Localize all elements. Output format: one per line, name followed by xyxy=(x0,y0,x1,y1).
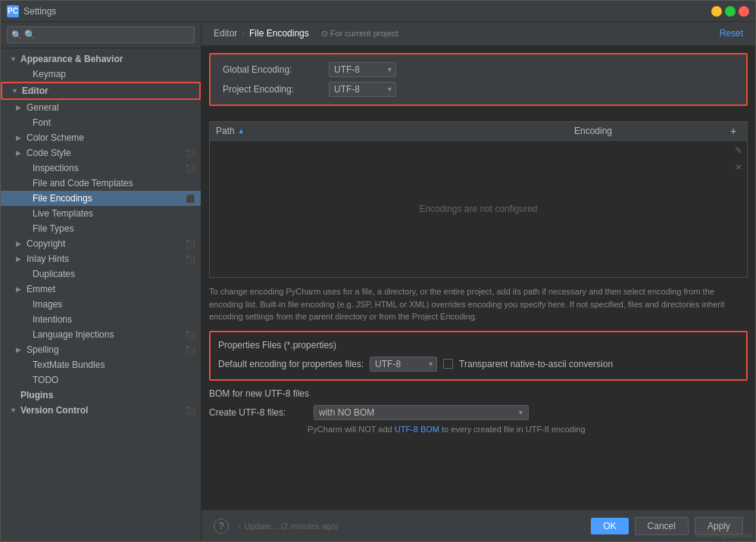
project-encoding-select-wrap: UTF-8 UTF-16 ISO-8859-1 ▼ xyxy=(329,82,396,97)
settings-window: PC Settings 🔍 ▼ Appearance & Behavior xyxy=(0,0,756,542)
title-bar: PC Settings xyxy=(1,1,755,22)
sidebar-item-textmate[interactable]: TextMate Bundles xyxy=(1,357,201,372)
bom-label: Create UTF-8 files: xyxy=(209,407,308,418)
content-wrapper: Global Encoding: UTF-8 UTF-16 ISO-8859-1… xyxy=(201,45,755,510)
sidebar-item-label: Live Templates xyxy=(33,208,93,219)
window-controls xyxy=(711,6,749,17)
encoding-section: Global Encoding: UTF-8 UTF-16 ISO-8859-1… xyxy=(209,53,748,106)
bom-note: PyCharm will NOT add UTF-8 BOM to every … xyxy=(209,425,748,434)
sidebar-item-version-control[interactable]: ▼ Version Control ⬛ xyxy=(1,403,201,418)
expand-arrow: ▶ xyxy=(16,285,23,293)
sidebar-item-duplicates[interactable]: Duplicates xyxy=(1,266,201,282)
project-encoding-row: Project Encoding: UTF-8 UTF-16 ISO-8859-… xyxy=(223,82,734,97)
properties-encoding-label: Default encoding for properties files: xyxy=(218,359,364,369)
sidebar-item-label: Intentions xyxy=(33,314,72,325)
properties-files-section: Properties Files (*.properties) Default … xyxy=(209,331,748,381)
sidebar-item-label: File Types xyxy=(33,223,73,234)
search-icon: 🔍 xyxy=(11,30,22,40)
sidebar-item-font[interactable]: Font xyxy=(1,115,201,130)
sidebar-item-copyright[interactable]: ▶ Copyright ⬛ xyxy=(1,236,201,251)
col-path-header: Path ▲ xyxy=(216,126,574,136)
reset-icon: ⬛ xyxy=(186,406,195,415)
sidebar-item-label: Appearance & Behavior xyxy=(20,54,123,64)
sidebar-item-images[interactable]: Images xyxy=(1,297,201,312)
sidebar-item-code-style[interactable]: ▶ Code Style ⬛ xyxy=(1,145,201,160)
global-encoding-select[interactable]: UTF-8 UTF-16 ISO-8859-1 xyxy=(329,62,396,77)
search-input[interactable] xyxy=(7,26,195,43)
sidebar-item-label: General xyxy=(27,102,59,113)
sidebar-item-plugins[interactable]: Plugins xyxy=(1,388,201,403)
project-encoding-select[interactable]: UTF-8 UTF-16 ISO-8859-1 xyxy=(329,82,396,97)
sidebar-item-label: Font xyxy=(33,117,51,128)
sidebar-item-inlay-hints[interactable]: ▶ Inlay Hints ⬛ xyxy=(1,251,201,266)
content-pane: Editor › File Encodings ⊙ For current pr… xyxy=(201,22,755,541)
breadcrumb-separator: › xyxy=(242,29,245,38)
bom-select[interactable]: with NO BOM with BOM with BOM on Windows… xyxy=(314,405,529,420)
search-box: 🔍 xyxy=(1,22,201,48)
sidebar-item-label: Language Injections xyxy=(33,329,114,340)
maximize-button[interactable] xyxy=(725,6,736,17)
sidebar-item-language-injections[interactable]: Language Injections ⬛ xyxy=(1,327,201,342)
transparent-label: Transparent native-to-ascii conversion xyxy=(459,359,613,369)
sidebar-item-file-encodings[interactable]: File Encodings ⬛ xyxy=(1,191,201,206)
project-encoding-label: Project Encoding: xyxy=(223,84,329,95)
sidebar-item-emmet[interactable]: ▶ Emmet xyxy=(1,282,201,297)
sidebar-item-label: Plugins xyxy=(20,390,53,400)
sidebar-item-todo[interactable]: TODO xyxy=(1,372,201,388)
bom-link[interactable]: UTF-8 BOM xyxy=(395,425,439,434)
minimize-button[interactable] xyxy=(711,6,722,17)
properties-section-title: Properties Files (*.properties) xyxy=(218,340,739,350)
sidebar-item-file-code-templates[interactable]: File and Code Templates xyxy=(1,176,201,191)
expand-arrow: ▶ xyxy=(16,134,23,142)
sidebar-item-label: Color Scheme xyxy=(27,132,84,143)
sidebar-item-spelling[interactable]: ▶ Spelling ⬛ xyxy=(1,342,201,357)
sidebar-item-file-types[interactable]: File Types xyxy=(1,221,201,236)
expand-arrow: ▶ xyxy=(16,255,23,263)
edit-icon[interactable]: ✎ xyxy=(733,144,744,157)
close-button[interactable] xyxy=(739,6,749,17)
sort-arrow-icon: ▲ xyxy=(238,127,245,135)
reset-icon: ⬛ xyxy=(186,149,195,157)
sidebar-item-label: Version Control xyxy=(20,405,88,416)
sidebar-item-editor[interactable]: ▼ Editor xyxy=(1,82,201,100)
add-row-button[interactable]: + xyxy=(726,125,741,137)
sidebar: 🔍 ▼ Appearance & Behavior Keymap ▼ Edito… xyxy=(1,22,201,541)
sidebar-item-live-templates[interactable]: Live Templates xyxy=(1,206,201,221)
reset-icon: ⬛ xyxy=(186,255,195,263)
transparent-checkbox[interactable] xyxy=(443,359,453,369)
bottom-bar: ? ↑ Update... (2 minutes ago) OK Cancel … xyxy=(201,510,755,541)
sidebar-item-color-scheme[interactable]: ▶ Color Scheme xyxy=(1,130,201,145)
update-status-text: ↑ Update... (2 minutes ago) xyxy=(238,522,339,531)
sidebar-item-keymap[interactable]: Keymap xyxy=(1,67,201,82)
sidebar-item-label: TODO xyxy=(33,375,58,385)
reset-icon: ⬛ xyxy=(186,331,195,339)
bom-note-suffix: to every created file in UTF-8 encoding xyxy=(442,425,586,434)
sidebar-item-appearance[interactable]: ▼ Appearance & Behavior xyxy=(1,51,201,67)
for-current-project: ⊙ For current project xyxy=(321,29,398,39)
bom-row: Create UTF-8 files: with NO BOM with BOM… xyxy=(209,405,748,420)
reset-icon: ⬛ xyxy=(186,195,195,203)
content-body: Global Encoding: UTF-8 UTF-16 ISO-8859-1… xyxy=(201,45,755,510)
sidebar-item-label: TextMate Bundles xyxy=(33,360,105,370)
sidebar-item-label: Code Style xyxy=(27,148,71,158)
expand-arrow: ▼ xyxy=(10,55,17,63)
app-icon: PC xyxy=(7,5,19,17)
sidebar-item-general[interactable]: ▶ General xyxy=(1,100,201,115)
help-button[interactable]: ? xyxy=(214,519,229,534)
cancel-button[interactable]: Cancel xyxy=(635,517,689,535)
sidebar-item-intentions[interactable]: Intentions xyxy=(1,312,201,327)
expand-arrow: ▶ xyxy=(16,104,23,111)
global-encoding-select-wrap: UTF-8 UTF-16 ISO-8859-1 ▼ xyxy=(329,62,396,77)
path-encoding-table: Path ▲ Encoding + Encodings are not conf… xyxy=(209,121,748,278)
properties-encoding-select[interactable]: UTF-8 UTF-16 ISO-8859-1 xyxy=(370,357,437,372)
delete-icon[interactable]: ✕ xyxy=(733,160,744,174)
reset-button[interactable]: Reset xyxy=(720,28,743,39)
content-header: Editor › File Encodings ⊙ For current pr… xyxy=(201,22,755,45)
sidebar-item-inspections[interactable]: Inspections ⬛ xyxy=(1,160,201,176)
expand-arrow: ▶ xyxy=(16,240,23,248)
sidebar-item-label: Keymap xyxy=(33,69,66,79)
description-text: To change encoding PyCharm uses for a fi… xyxy=(209,285,748,323)
properties-encoding-select-wrap: UTF-8 UTF-16 ISO-8859-1 ▼ xyxy=(370,357,437,372)
bom-section: BOM for new UTF-8 files Create UTF-8 fil… xyxy=(209,388,748,434)
ok-button[interactable]: OK xyxy=(591,518,628,534)
